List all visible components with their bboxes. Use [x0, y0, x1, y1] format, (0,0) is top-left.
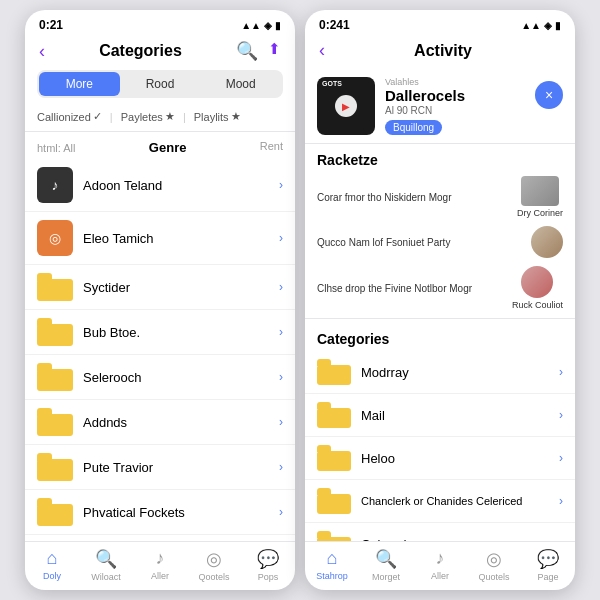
activity-tag[interactable]: Bquillong	[385, 120, 442, 135]
addnds-label: Addnds	[83, 415, 269, 430]
pops-label: Pops	[258, 572, 279, 582]
categories-title: Categories	[305, 323, 575, 351]
tab-pops[interactable]: 💬 Pops	[241, 548, 295, 582]
filter-payletes-star: ★	[165, 110, 175, 123]
tab-morget[interactable]: 🔍 Morget	[359, 548, 413, 582]
activity-supertitle: Valahles	[385, 77, 525, 87]
racketze-item-2[interactable]: Qucco Nam lof Fsoniuet Party	[305, 222, 575, 262]
morget-icon: 🔍	[375, 548, 397, 570]
play-button[interactable]: ▶	[335, 95, 357, 117]
qootels-label: Qootels	[198, 572, 229, 582]
folder-icon-chanclerk	[317, 488, 351, 514]
tab-right-aller[interactable]: ♪ Aller	[413, 548, 467, 582]
filter-playlits[interactable]: Playlits ★	[194, 110, 241, 123]
activity-info: Valahles Dallerocels Al 90 RCN Bquillong	[385, 77, 525, 135]
heloo-chevron: ›	[559, 451, 563, 465]
list-item[interactable]: ♪ Adoon Teland ›	[25, 159, 295, 212]
tab-page[interactable]: 💬 Page	[521, 548, 575, 582]
tab-qootels[interactable]: ◎ Qootels	[187, 548, 241, 582]
stahrop-icon: ⌂	[327, 548, 338, 569]
filter-sep-1: |	[110, 111, 113, 123]
doly-label: Doly	[43, 571, 61, 581]
battery-icon: ▮	[275, 20, 281, 31]
folder-icon-heloo	[317, 445, 351, 471]
right-wifi-icon: ◈	[544, 20, 552, 31]
close-button[interactable]: ×	[535, 81, 563, 109]
tab-doly[interactable]: ⌂ Doly	[25, 548, 79, 582]
left-nav-title: Categories	[45, 42, 236, 60]
genre-rent-label: Rent	[260, 140, 283, 155]
left-search-icon[interactable]: 🔍	[236, 40, 258, 62]
right-tab-bar: ⌂ Stahrop 🔍 Morget ♪ Aller ◎ Quotels 💬 P…	[305, 541, 575, 590]
list-item[interactable]: Heloo ›	[305, 437, 575, 480]
morget-label: Morget	[372, 572, 400, 582]
folder-icon-addnds	[37, 408, 73, 436]
right-nav-title: Activity	[325, 42, 561, 60]
segment-control: More Rood Mood	[37, 70, 283, 98]
phvatical-label: Phvatical Fockets	[83, 505, 269, 520]
filter-payletes[interactable]: Payletes ★	[121, 110, 175, 123]
page-icon: 💬	[537, 548, 559, 570]
tab-stahrop[interactable]: ⌂ Stahrop	[305, 548, 359, 582]
left-status-bar: 0:21 ▲▲ ◈ ▮	[25, 10, 295, 36]
pute-chevron: ›	[279, 460, 283, 474]
racketze-right-2	[531, 226, 563, 258]
folder-icon-modrray	[317, 359, 351, 385]
right-battery-icon: ▮	[555, 20, 561, 31]
tab-wiloact[interactable]: 🔍 Wiloact	[79, 548, 133, 582]
wiloact-icon: 🔍	[95, 548, 117, 570]
segment-rood[interactable]: Rood	[120, 72, 201, 96]
syctider-label: Syctider	[83, 280, 269, 295]
filter-callionized-check: ✓	[93, 110, 102, 123]
section-divider	[305, 318, 575, 319]
list-item[interactable]: Mail ›	[305, 394, 575, 437]
racketze-text-2: Qucco Nam lof Fsoniuet Party	[317, 236, 523, 249]
tab-quotels[interactable]: ◎ Quotels	[467, 548, 521, 582]
list-item[interactable]: ◎ Eleo Tamich ›	[25, 212, 295, 265]
mail-label: Mail	[361, 408, 549, 423]
list-item[interactable]: Syctider ›	[25, 265, 295, 310]
racketze-right-3: Ruck Couliot	[512, 266, 563, 310]
eleo-glyph: ◎	[49, 230, 61, 246]
segment-mood[interactable]: Mood	[200, 72, 281, 96]
wifi-icon: ◈	[264, 20, 272, 31]
filter-playlits-label: Playlits	[194, 111, 229, 123]
adoon-icon: ♪	[37, 167, 73, 203]
list-item[interactable]: Selerooch ›	[25, 355, 295, 400]
filter-callionized[interactable]: Callionized ✓	[37, 110, 102, 123]
quotels-icon: ◎	[486, 548, 502, 570]
stahrop-label: Stahrop	[316, 571, 348, 581]
wiloact-label: Wiloact	[91, 572, 121, 582]
qootels-icon: ◎	[206, 548, 222, 570]
list-item[interactable]: Chanclerk or Chanides Celericed ›	[305, 480, 575, 523]
phvatical-chevron: ›	[279, 505, 283, 519]
list-item[interactable]: Modrray ›	[305, 351, 575, 394]
filter-sep-2: |	[183, 111, 186, 123]
person-avatar-3	[521, 266, 553, 298]
racketze-thumb-1	[521, 176, 559, 206]
list-item[interactable]: Pute Travior ›	[25, 445, 295, 490]
quotels-label: Quotels	[478, 572, 509, 582]
adoon-label: Adoon Teland	[83, 178, 269, 193]
list-item[interactable]: Bub Btoe. ›	[25, 310, 295, 355]
mail-chevron: ›	[559, 408, 563, 422]
tab-aller[interactable]: ♪ Aller	[133, 548, 187, 582]
left-share-icon[interactable]: ⬆	[268, 40, 281, 62]
list-item[interactable]: Calerad ›	[305, 523, 575, 541]
right-aller-icon: ♪	[436, 548, 445, 569]
aller-label: Aller	[151, 571, 169, 581]
list-item[interactable]: Addnds ›	[25, 400, 295, 445]
gots-badge: GOTS	[319, 79, 345, 88]
racketze-item-1[interactable]: Corar fmor tho Niskidern Mogr Dry Corine…	[305, 172, 575, 222]
activity-card-container: GOTS ▶ Valahles Dallerocels Al 90 RCN Bq…	[305, 69, 575, 144]
selerooch-label: Selerooch	[83, 370, 269, 385]
activity-subtitle: Al 90 RCN	[385, 105, 525, 116]
adoon-glyph: ♪	[52, 177, 59, 193]
left-phone-screen: 0:21 ▲▲ ◈ ▮ ‹ Categories 🔍 ⬆ More Rood M…	[25, 10, 295, 590]
segment-more[interactable]: More	[39, 72, 120, 96]
list-item[interactable]: Phvatical Fockets ›	[25, 490, 295, 535]
right-status-bar: 0:241 ▲▲ ◈ ▮	[305, 10, 575, 36]
aller-icon: ♪	[156, 548, 165, 569]
racketze-item-3[interactable]: Clhse drop the Fivine Notlbor Mogr Ruck …	[305, 262, 575, 314]
heloo-label: Heloo	[361, 451, 549, 466]
